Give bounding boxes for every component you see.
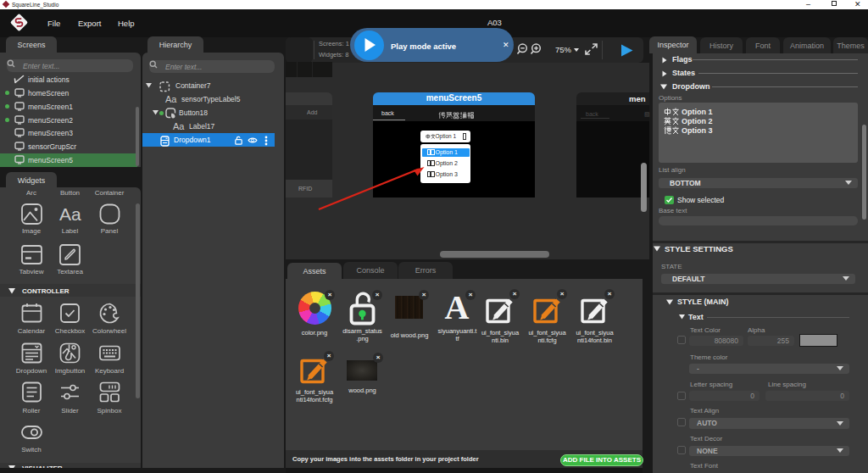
svg-text:Aa: Aa <box>173 121 185 131</box>
svg-text:Aa: Aa <box>165 94 177 104</box>
svg-text:Aa: Aa <box>59 204 81 224</box>
